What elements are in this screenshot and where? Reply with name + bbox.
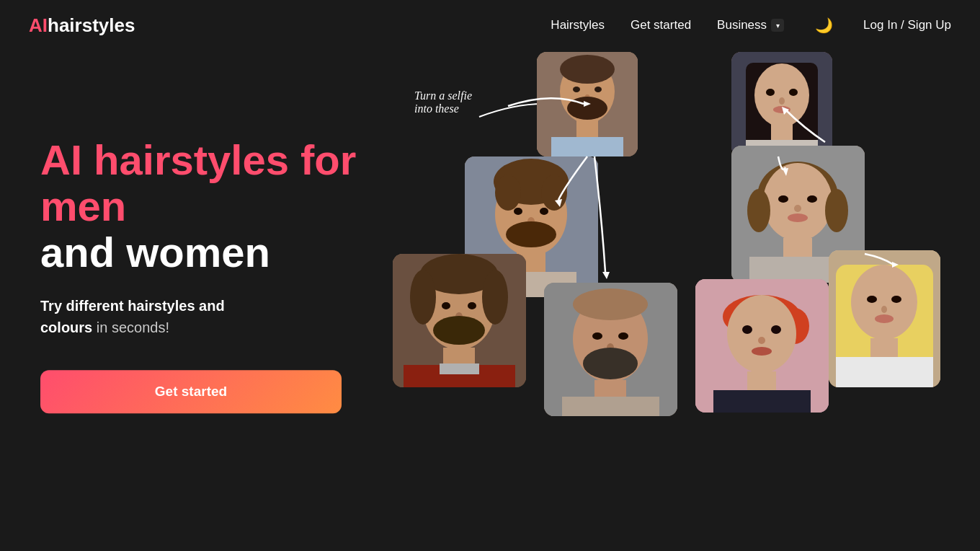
svg-point-55 [825, 189, 848, 232]
hero-title-and-women: and women [40, 229, 270, 276]
svg-point-57 [807, 195, 817, 203]
nav-get-started[interactable]: Get started [631, 18, 691, 32]
logo-ai: AI [29, 14, 48, 37]
svg-point-25 [618, 332, 628, 340]
svg-point-4 [573, 87, 580, 92]
svg-point-47 [779, 97, 785, 105]
svg-point-75 [867, 296, 877, 303]
svg-point-27 [583, 348, 638, 379]
svg-point-46 [789, 89, 798, 96]
svg-point-67 [771, 325, 781, 334]
svg-rect-29 [562, 397, 659, 416]
hero-subtitle: Try different hairstyles and colours in … [40, 296, 372, 339]
annotation-left: Turn a selfie into these [414, 89, 472, 115]
svg-point-36 [468, 302, 476, 309]
svg-point-76 [891, 296, 901, 303]
photo-selfie-woman-inner [731, 52, 832, 157]
nav-links: Hairstyles Get started Business ▾ 🌙 Log … [551, 12, 951, 39]
photo-result-woman-3 [829, 250, 940, 387]
photo-result-woman-2-inner [695, 279, 829, 413]
photo-grid: Turn a selfie into these Turn a selfie i… [353, 0, 980, 551]
svg-point-35 [442, 302, 450, 309]
result-woman2-svg [695, 279, 829, 413]
svg-point-74 [851, 265, 917, 340]
auth-link[interactable]: Log In / Sign Up [863, 18, 951, 32]
result-man3-svg [393, 254, 526, 387]
svg-point-5 [594, 87, 602, 92]
result-man2-svg [544, 283, 677, 416]
hero-title-men: men [40, 182, 126, 229]
hero-left: AI hairstyles for men and women Try diff… [40, 137, 372, 413]
hero-title-highlight: AI hairstyles for [40, 136, 356, 183]
svg-point-58 [794, 205, 801, 212]
man-face-svg [537, 52, 638, 157]
svg-point-18 [506, 221, 556, 247]
svg-point-14 [541, 175, 567, 211]
svg-point-45 [766, 89, 775, 96]
dark-mode-button[interactable]: 🌙 [810, 12, 837, 39]
get-started-button[interactable]: Get started [40, 371, 342, 414]
svg-rect-41 [440, 363, 479, 374]
svg-point-66 [742, 325, 752, 334]
svg-marker-83 [602, 272, 610, 279]
svg-point-38 [433, 316, 485, 345]
svg-rect-28 [594, 380, 626, 398]
logo[interactable]: AI hairstyles [29, 14, 135, 37]
svg-rect-49 [771, 124, 793, 142]
svg-rect-80 [836, 357, 933, 387]
photo-result-man-3-inner [393, 254, 526, 387]
woman-selfie-svg [731, 52, 832, 157]
logo-text: hairstyles [48, 14, 135, 37]
hero-subtitle-bold: Try different hairstyles and [40, 299, 225, 314]
svg-point-44 [754, 63, 809, 127]
result-woman3-svg [829, 250, 940, 387]
photo-result-man-3 [393, 254, 526, 387]
svg-point-54 [747, 189, 770, 232]
svg-point-69 [752, 347, 772, 356]
svg-point-53 [763, 163, 832, 241]
photo-result-man-2 [544, 283, 677, 416]
photo-result-woman-3-inner [829, 250, 940, 387]
svg-point-68 [758, 337, 765, 344]
annotation-left-line1: Turn a selfie [414, 89, 472, 102]
svg-point-59 [788, 213, 808, 222]
nav-hairstyles[interactable]: Hairstyles [551, 18, 605, 32]
svg-point-7 [567, 97, 607, 120]
photo-result-man-2-inner [544, 283, 677, 416]
svg-point-56 [778, 195, 788, 203]
nav-business[interactable]: Business ▾ [717, 18, 784, 32]
svg-point-78 [875, 314, 894, 323]
navbar: AI hairstyles Hairstyles Get started Bus… [0, 0, 980, 50]
hero-subtitle-colors: colours [40, 320, 92, 336]
photo-selfie-man-inner [537, 52, 638, 157]
svg-point-3 [560, 55, 615, 84]
hero-title: AI hairstyles for men and women [40, 137, 372, 275]
svg-point-13 [495, 175, 521, 211]
svg-rect-8 [576, 120, 598, 138]
svg-point-34 [482, 270, 508, 325]
photo-selfie-woman [731, 52, 832, 157]
nav-business-label: Business [717, 18, 767, 32]
grid-container: Turn a selfie into these Turn a selfie i… [393, 52, 940, 499]
svg-rect-9 [551, 137, 623, 157]
svg-point-77 [881, 306, 887, 313]
svg-rect-70 [747, 371, 776, 392]
svg-point-48 [773, 106, 790, 113]
svg-point-33 [410, 270, 436, 325]
svg-rect-79 [870, 338, 898, 358]
svg-point-65 [727, 295, 796, 373]
photo-result-woman-2 [695, 279, 829, 413]
hero-subtitle-normal: in seconds! [97, 320, 169, 336]
annotation-left-line2: into these [414, 102, 472, 115]
photo-selfie-man [537, 52, 638, 157]
svg-point-15 [514, 208, 522, 215]
svg-rect-60 [783, 238, 812, 258]
svg-point-23 [573, 288, 648, 320]
svg-point-16 [540, 208, 548, 215]
svg-rect-71 [713, 390, 811, 413]
svg-point-24 [592, 332, 602, 340]
chevron-down-icon: ▾ [771, 19, 784, 32]
moon-icon: 🌙 [815, 17, 833, 34]
